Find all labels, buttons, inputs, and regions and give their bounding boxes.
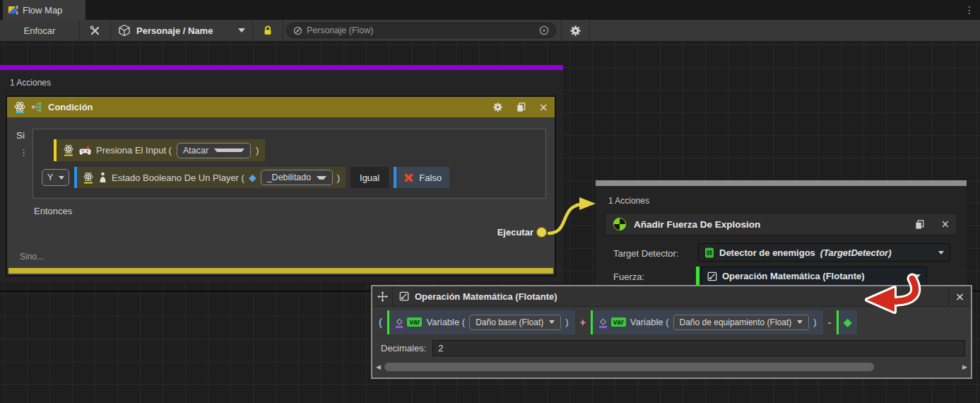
compare-value[interactable]: Falso <box>394 167 449 188</box>
tools-icon <box>89 25 101 37</box>
operand-variable[interactable]: ◇ var Variable ( Daño base (Float) ) <box>387 310 575 334</box>
lock-button[interactable] <box>253 20 283 41</box>
tab-label: Flow Map <box>23 5 62 16</box>
flow-map-icon <box>8 5 18 16</box>
condition-text-close: ) <box>337 173 340 183</box>
condition-text-close: ) <box>256 145 259 156</box>
else-label: Sino... <box>20 252 44 262</box>
explosion-node-header[interactable]: Añadir Fuerza De Explosion × <box>605 213 957 235</box>
atom-icon <box>13 101 26 114</box>
false-x-icon <box>404 173 413 182</box>
hash-script-icon <box>704 247 714 258</box>
var-badge-icon: var <box>407 317 422 327</box>
move-icon[interactable] <box>372 286 393 306</box>
gear-icon[interactable] <box>492 102 503 112</box>
comparator-value: Igual <box>360 173 379 183</box>
minus-operator[interactable]: - <box>828 316 832 328</box>
chevron-down-icon <box>317 176 326 180</box>
target-dropdown[interactable]: Personaje / Name <box>111 20 253 41</box>
panel-accent-bar <box>0 65 563 70</box>
decimals-input[interactable] <box>432 340 965 356</box>
close-icon[interactable]: × <box>948 286 971 306</box>
player-icon <box>98 172 107 183</box>
then-label: Entonces <box>34 206 72 216</box>
focus-button[interactable]: Enfocar <box>0 20 80 41</box>
target-detector-dropdown[interactable]: Detector de enemigos (TargetDetector) <box>698 243 950 262</box>
tools-button[interactable] <box>80 20 111 41</box>
variable-dropdown-value: Daño de equipamiento (Float) <box>680 317 792 327</box>
execute-output-port[interactable] <box>536 227 547 238</box>
value-color-bar <box>696 267 699 286</box>
scroll-right-icon[interactable]: ▶ <box>962 363 967 370</box>
actions-count-label: 1 Acciones <box>10 78 51 88</box>
plus-operator[interactable]: + <box>580 316 586 328</box>
decimals-label: Decimales: <box>381 343 426 354</box>
execute-label: Ejecutar <box>497 227 533 238</box>
settings-button[interactable] <box>561 20 590 41</box>
kebab-menu-icon[interactable]: ⋮ <box>964 4 974 16</box>
variable-dropdown[interactable]: Daño base (Float) <box>469 315 561 330</box>
condition-row[interactable]: Presiona El Input ( Atacar ) <box>54 139 265 161</box>
input-dropdown[interactable]: Atacar <box>177 143 251 158</box>
popup-title-bar[interactable]: Operación Matemática (Flotante) × <box>372 286 971 307</box>
atom-icon <box>83 172 94 184</box>
condition-text: Estado Booleano De Un Player ( <box>112 173 244 183</box>
tab-flow-map[interactable]: Flow Map <box>3 0 85 20</box>
gamepad-icon <box>79 145 91 156</box>
condition-node-header[interactable]: Condición <box>7 97 555 117</box>
drag-handle-icon[interactable]: ⋮ <box>19 147 28 158</box>
math-operation-popup: Operación Matemática (Flotante) × ( ◇ va… <box>371 285 972 379</box>
condition-node[interactable]: Condición <box>6 95 556 276</box>
chevron-down-icon <box>214 148 244 152</box>
fuerza-dropdown[interactable]: Operación Matemática (Flotante) <box>701 267 927 286</box>
flow-search-field[interactable]: Personaje (Flow) <box>286 23 556 38</box>
horizontal-scrollbar[interactable]: ◀ ▶ <box>372 359 971 375</box>
operand-close: ) <box>565 317 568 327</box>
bool-dropdown[interactable]: _Debilitado <box>261 170 333 185</box>
operand-close: ) <box>813 317 816 327</box>
diamond-outline-icon: ◇ <box>599 317 606 328</box>
operand-label: Variable ( <box>630 317 669 327</box>
formula-row: ( ◇ var Variable ( Daño base (Float) ) + <box>372 307 971 337</box>
fuerza-label: Fuerza: <box>613 271 644 282</box>
copy-icon[interactable] <box>914 219 925 230</box>
close-icon[interactable]: × <box>940 218 950 230</box>
explosion-actions-panel: 1 Acciones Añadir Fuerza De Explosion × … <box>596 180 967 286</box>
toolbar: Enfocar <box>0 20 980 42</box>
explosion-node-title: Añadir Fuerza De Explosion <box>634 219 907 230</box>
variable-dropdown-value: Daño base (Float) <box>476 317 543 327</box>
target-dropdown-label: Personaje / Name <box>136 25 232 36</box>
if-label: Si <box>16 130 25 141</box>
lock-icon <box>262 25 273 36</box>
condition-node-body: Si ⋮ <box>7 117 555 268</box>
cube-icon <box>118 24 131 37</box>
flow-map-window: Flow Map ⋮ Enfocar <box>0 0 980 403</box>
value-diamond-icon: ◆ <box>839 310 857 334</box>
close-icon[interactable]: × <box>539 102 548 113</box>
scroll-left-icon[interactable]: ◀ <box>376 363 381 370</box>
target-icon[interactable] <box>539 25 549 35</box>
chevron-down-icon <box>549 320 555 324</box>
joiner-value: Y <box>47 173 53 182</box>
condition-actions-panel: 1 Acciones <box>0 65 563 282</box>
target-detector-label: Target Detector: <box>613 248 679 259</box>
chevron-down-icon <box>938 251 944 255</box>
open-paren: ( <box>379 316 382 328</box>
flow-search-value: Personaje (Flow) <box>307 25 535 35</box>
condition-row[interactable]: Y <box>42 167 449 188</box>
variable-dropdown[interactable]: Daño de equipamiento (Float) <box>673 315 810 330</box>
comparator-dropdown[interactable]: Igual <box>350 167 389 188</box>
var-badge-icon: var <box>611 317 626 327</box>
operand-value[interactable]: ◆ <box>837 310 857 334</box>
fuerza-value: Operación Matemática (Flotante) <box>722 271 910 281</box>
operand-variable[interactable]: ◇ var Variable ( Daño de equipamiento (F… <box>591 310 822 334</box>
joiner-dropdown[interactable]: Y <box>42 169 69 186</box>
chevron-down-icon <box>59 176 64 180</box>
math-op-icon <box>399 291 409 301</box>
scrollbar-thumb[interactable] <box>384 363 874 371</box>
diamond-outline-icon: ◇ <box>396 317 403 328</box>
tab-bar: Flow Map ⋮ <box>0 0 980 20</box>
copy-icon[interactable] <box>516 102 526 112</box>
condition-node-title: Condición <box>48 102 488 112</box>
scrollbar-track[interactable] <box>384 362 960 372</box>
